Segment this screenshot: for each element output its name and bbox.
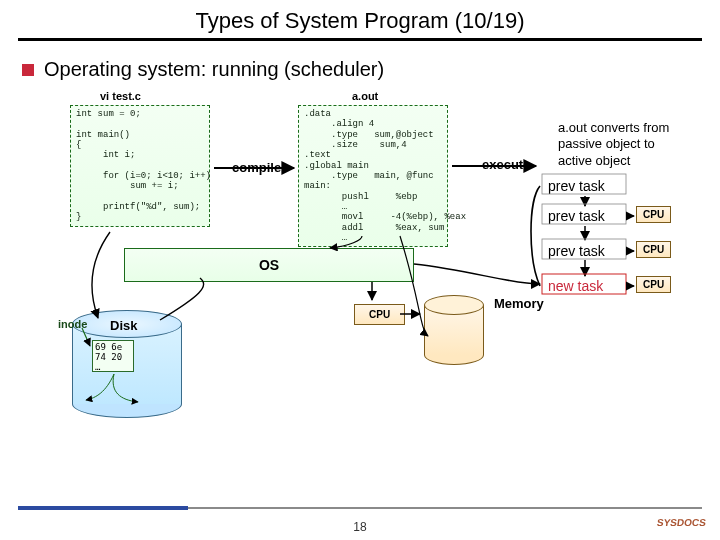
slide-title: Types of System Program (10/19) (0, 8, 720, 34)
disk-label: Disk (110, 318, 137, 333)
cpu-chip-2: CPU (636, 241, 671, 258)
title-rule (18, 38, 702, 41)
execute-label: execute (482, 157, 530, 172)
convert-note: a.out converts from passive object to ac… (558, 120, 669, 169)
os-box: OS (124, 248, 414, 282)
footer-rule (188, 507, 702, 509)
note-l2: passive object to (558, 136, 669, 152)
task-prev-3: prev task (548, 243, 605, 259)
hex-block: 69 6e 74 20 … (92, 340, 134, 372)
inode-label: inode (58, 318, 87, 330)
logo-text: SYSDOCS (656, 517, 706, 528)
compile-label: compile (232, 160, 281, 175)
footer-rule-accent (18, 506, 188, 510)
subheading: Operating system: running (scheduler) (44, 58, 384, 81)
source-label: vi test.c (100, 90, 141, 102)
task-prev-1: prev task (548, 178, 605, 194)
cpu-main-chip: CPU (354, 304, 405, 325)
cpu-chip-1: CPU (636, 206, 671, 223)
task-prev-2: prev task (548, 208, 605, 224)
aout-label: a.out (352, 90, 378, 102)
aout-code: .data .align 4 .type sum,@object .size s… (298, 105, 448, 247)
cpu-chip-3: CPU (636, 276, 671, 293)
page-number: 18 (0, 520, 720, 534)
bullet-icon (22, 64, 34, 76)
source-code: int sum = 0; int main() { int i; for (i=… (70, 105, 210, 227)
memory-label: Memory (494, 296, 544, 311)
memory-cylinder (424, 295, 484, 365)
task-new: new task (548, 278, 603, 294)
note-l1: a.out converts from (558, 120, 669, 136)
note-l3: active object (558, 153, 669, 169)
